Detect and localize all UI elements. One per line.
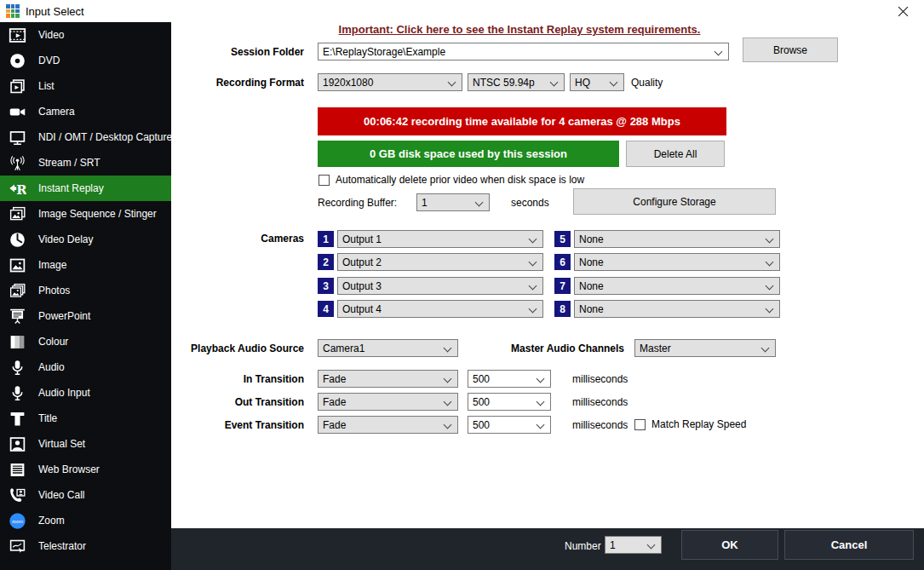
vmix-grid-icon — [6, 4, 20, 18]
camera-3-select[interactable]: Output 3 — [337, 277, 543, 295]
sidebar-item-video[interactable]: Video — [0, 22, 171, 48]
camera-8-select[interactable]: None — [574, 300, 780, 318]
sidebar-item-label: Instant Replay — [38, 182, 104, 194]
playback-audio-source-label: Playback Audio Source — [128, 343, 304, 354]
sidebar-item-video-delay[interactable]: Video Delay — [0, 227, 171, 252]
sidebar-item-label: Image Sequence / Stinger — [38, 208, 157, 220]
match-replay-speed-checkbox[interactable] — [634, 419, 646, 430]
video-delay-icon — [7, 229, 27, 250]
camera-7-select[interactable]: None — [574, 277, 780, 295]
camera-4-select[interactable]: Output 4 — [337, 300, 543, 318]
out-transition-effect-select[interactable]: Fade — [318, 393, 458, 411]
chevron-down-icon — [529, 305, 537, 314]
camera-2-select[interactable]: Output 2 — [337, 253, 543, 271]
sidebar-item-label: NDI / OMT / Desktop Capture — [38, 131, 172, 143]
window-title: Input Select — [26, 5, 84, 18]
chevron-down-icon — [448, 78, 456, 87]
sidebar-item-label: Title — [38, 412, 57, 424]
ok-button[interactable]: OK — [681, 530, 778, 560]
sidebar-item-stream-srt[interactable]: Stream / SRT — [0, 150, 171, 176]
footer-bar: Number 1 OK Cancel — [171, 528, 924, 570]
in-transition-label: In Transition — [128, 373, 304, 385]
out-transition-duration-select[interactable]: 500 — [468, 393, 551, 411]
resolution-select[interactable]: 1920x1080 — [318, 73, 462, 91]
auto-delete-checkbox[interactable] — [319, 175, 330, 186]
virtual-set-icon — [7, 434, 27, 454]
playback-audio-source-select[interactable]: Camera1 — [318, 339, 458, 357]
powerpoint-icon — [7, 306, 27, 326]
in-transition-duration-select[interactable]: 500 — [468, 370, 551, 388]
frame-rate-select[interactable]: NTSC 59.94p — [468, 73, 565, 91]
sidebar-item-list[interactable]: List — [0, 73, 171, 99]
auto-delete-label: Automatically delete prior video when di… — [336, 174, 584, 186]
in-transition-effect-select[interactable]: Fade — [318, 370, 458, 388]
chevron-down-icon — [444, 398, 452, 406]
chevron-down-icon — [444, 375, 452, 383]
camera-4-badge: 4 — [318, 301, 334, 317]
sidebar-item-label: DVD — [38, 55, 60, 66]
sidebar-item-label: Camera — [38, 106, 75, 118]
chevron-down-icon — [537, 398, 545, 406]
sidebar-item-instant-replay[interactable]: RInstant Replay — [0, 176, 171, 201]
sidebar-item-label: Audio — [38, 361, 65, 373]
sidebar-item-video-call[interactable]: Video Call — [0, 482, 171, 508]
sidebar: VideoDVDListCameraNDI / OMT / Desktop Ca… — [0, 22, 171, 570]
event-transition-effect-select[interactable]: Fade — [318, 416, 458, 434]
camera-3-badge: 3 — [318, 278, 334, 294]
video-call-icon — [7, 485, 27, 505]
sidebar-item-zoom[interactable]: zoomZoom — [0, 508, 171, 533]
camera-8-badge: 8 — [554, 301, 571, 317]
sidebar-item-photos[interactable]: Photos — [0, 278, 171, 303]
quality-label: Quality — [631, 77, 663, 89]
milliseconds-label: milliseconds — [572, 419, 628, 431]
sidebar-item-label: Colour — [38, 336, 68, 348]
sidebar-item-dvd[interactable]: DVD — [0, 48, 171, 73]
quality-select[interactable]: HQ — [570, 73, 624, 91]
camera-5-select[interactable]: None — [574, 230, 780, 248]
svg-text:R: R — [16, 181, 26, 197]
match-replay-speed-row: Match Replay Speed — [634, 418, 746, 430]
number-select[interactable]: 1 — [605, 536, 662, 554]
configure-storage-button[interactable]: Configure Storage — [573, 188, 776, 215]
camera-2-badge: 2 — [318, 254, 334, 270]
sidebar-item-image[interactable]: Image — [0, 252, 171, 278]
master-audio-channels-select[interactable]: Master — [634, 339, 776, 357]
browse-button[interactable]: Browse — [743, 37, 838, 62]
milliseconds-label: milliseconds — [572, 396, 628, 408]
system-requirements-link[interactable]: Important: Click here to see the Instant… — [307, 23, 732, 36]
recording-format-label: Recording Format — [153, 77, 304, 89]
image-sequence-icon — [7, 204, 27, 224]
camera-1-select[interactable]: Output 1 — [337, 230, 543, 248]
master-audio-channels-label: Master Audio Channels — [477, 343, 624, 354]
session-folder-input[interactable]: E:\ReplayStorage\Example — [318, 43, 729, 60]
recording-buffer-select[interactable]: 1 — [416, 193, 490, 211]
chevron-down-icon — [766, 305, 774, 314]
image-icon — [7, 255, 27, 275]
sidebar-item-camera[interactable]: Camera — [0, 99, 171, 124]
chevron-down-icon — [647, 541, 656, 550]
chevron-down-icon — [537, 375, 545, 383]
cancel-button[interactable]: Cancel — [784, 530, 914, 560]
stream-icon — [7, 153, 27, 173]
sidebar-item-virtual-set[interactable]: Virtual Set — [0, 431, 171, 457]
audio-input-icon — [7, 383, 27, 403]
sidebar-item-ndi-omt-desktop-capture[interactable]: NDI / OMT / Desktop Capture — [0, 124, 171, 150]
chevron-down-icon — [444, 421, 452, 429]
chevron-down-icon — [766, 258, 774, 267]
sidebar-item-web-browser[interactable]: Web Browser — [0, 457, 171, 482]
sidebar-item-label: Zoom — [38, 515, 65, 527]
sidebar-item-label: Photos — [38, 285, 70, 297]
sidebar-item-image-sequence-stinger[interactable]: Image Sequence / Stinger — [0, 201, 171, 227]
chevron-down-icon — [529, 258, 537, 267]
close-icon[interactable] — [892, 3, 914, 20]
recording-time-banner: 00:06:42 recording time available for 4 … — [318, 107, 726, 135]
sidebar-item-powerpoint[interactable]: PowerPoint — [0, 303, 171, 329]
session-folder-label: Session Folder — [153, 46, 304, 58]
sidebar-item-telestrator[interactable]: Telestrator — [0, 533, 171, 559]
title-icon — [7, 408, 27, 429]
delete-all-button[interactable]: Delete All — [626, 141, 725, 167]
camera-6-select[interactable]: None — [574, 253, 780, 271]
out-transition-label: Out Transition — [128, 396, 304, 408]
chevron-down-icon — [537, 421, 545, 429]
event-transition-duration-select[interactable]: 500 — [468, 416, 551, 434]
